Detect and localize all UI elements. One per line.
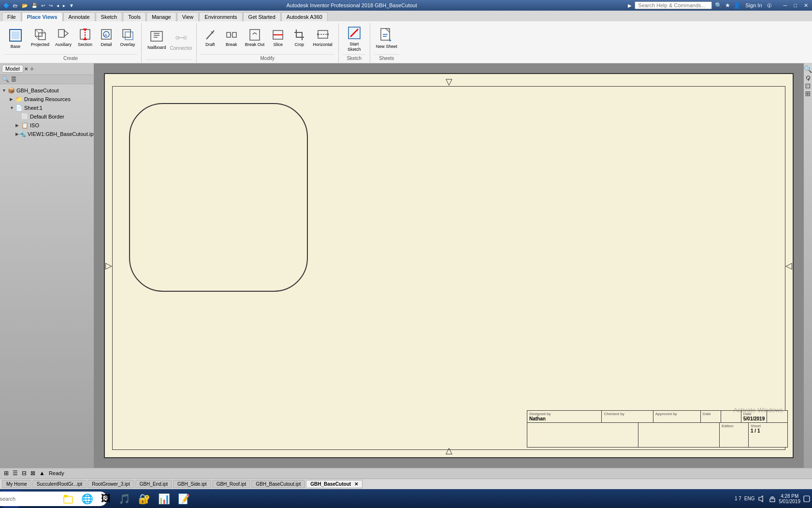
model-tab-add[interactable]: + (30, 65, 34, 73)
help-btn[interactable]: 🛈 (767, 3, 772, 8)
tab-get-started[interactable]: Get Started (243, 12, 281, 21)
notification-icon[interactable] (803, 495, 810, 502)
break-btn[interactable]: Break (222, 28, 241, 48)
svg-marker-12 (83, 37, 87, 40)
search-taskbar-btn[interactable]: 🔍 Type here to search (21, 490, 39, 508)
nailboard-btn[interactable]: Nailboard (145, 30, 168, 51)
break-out-btn[interactable]: Break Out (243, 28, 267, 48)
open-btn[interactable]: 📂 (20, 2, 29, 9)
close-window-btn[interactable]: ✕ (802, 2, 810, 9)
canvas-area[interactable]: ▽ △ ▷ ◁ Designed by Nathan Checked by (94, 63, 803, 468)
new-sheet-icon: + (378, 27, 395, 44)
tab-file[interactable]: File (2, 12, 21, 21)
tree-search-btn[interactable]: 🔍 (2, 76, 9, 83)
right-sidebar-btn-1[interactable]: 🔍 (804, 65, 812, 74)
redo-btn[interactable]: ↪ (47, 2, 54, 9)
help-icon[interactable]: ★ (725, 2, 730, 9)
taskbar-spotify-btn[interactable]: 🎵 (116, 490, 133, 508)
search-taskbar-text: Type here to search (0, 496, 15, 502)
tab-annotate[interactable]: Annotate (63, 12, 95, 21)
section-view-label: Section (78, 42, 92, 47)
tab-autodesk-a360[interactable]: Autodesk A360 (281, 12, 328, 21)
taskbar-explorer-btn[interactable] (60, 490, 76, 508)
save-btn[interactable]: 💾 (30, 2, 39, 9)
status-icon-table[interactable]: ⊠ (30, 470, 35, 477)
tree-item-view1[interactable]: ▶ 🔩 VIEW1:GBH_BaseCutout.ipt (2, 130, 92, 138)
sheet-label: Sheet (751, 424, 785, 428)
app-menu-btn[interactable]: 🔷 (2, 2, 11, 9)
tab-gbh-base-cutout-ipt[interactable]: GBH_BaseCutout.ipt (251, 480, 305, 488)
status-icon-grid[interactable]: ⊞ (4, 470, 9, 477)
taskbar-chrome-btn[interactable]: 🌐 (78, 490, 96, 508)
user-icon[interactable]: 👤 (733, 2, 740, 9)
tree-item-sheet1[interactable]: ▼ 📄 Sheet:1 (2, 104, 92, 112)
tab-tools[interactable]: Tools (123, 12, 146, 21)
status-icon-columns[interactable]: ⊟ (22, 470, 27, 477)
tab-gbh-side[interactable]: GBH_Side.ipt (173, 480, 211, 488)
date-value: 5/01/2019 (743, 416, 765, 421)
tree-item-iso[interactable]: ▶ 📋 ISO (2, 121, 92, 130)
taskbar-security-btn[interactable]: 🔐 (135, 490, 153, 508)
next-btn[interactable]: ▸ (61, 2, 67, 9)
overlay-view-btn[interactable]: Overlay (118, 28, 137, 48)
crop-icon (292, 29, 306, 42)
right-sidebar-btn-3[interactable]: ⊡ (804, 83, 812, 89)
prev-btn[interactable]: ◂ (55, 2, 60, 9)
tab-root-grower[interactable]: RootGrower_3.ipt (87, 480, 134, 488)
title-bar-title: Autodesk Inventor Professional 2018 GBH_… (75, 2, 628, 8)
detail-view-btn[interactable]: A Detail (97, 28, 116, 48)
tab-environments[interactable]: Environments (199, 12, 242, 21)
sign-in-btn[interactable]: Sign In (743, 2, 764, 9)
tab-manage[interactable]: Manage (146, 12, 176, 21)
horizontal-btn[interactable]: Horizontal (311, 28, 334, 48)
status-icon-arrow[interactable]: ▲ (39, 470, 45, 477)
model-tab[interactable]: Model (2, 65, 23, 73)
sheets-group-items: + New Sheet (374, 23, 399, 53)
time-display[interactable]: 4:28 PM 5/01/2019 (779, 493, 801, 504)
tree-item-drawing-resources[interactable]: ▶ 📁 Drawing Resources (2, 95, 92, 104)
right-sidebar-btn-4[interactable]: ⊞ (804, 91, 812, 97)
taskbar-excel-btn[interactable]: 📊 (155, 490, 173, 508)
base-view-btn[interactable]: Base (4, 26, 27, 50)
slice-btn[interactable]: Slice (268, 28, 288, 48)
network-icon[interactable] (768, 495, 776, 503)
status-icon-list[interactable]: ☰ (13, 470, 18, 477)
projected-view-btn[interactable]: Projected (29, 28, 51, 48)
tab-gbh-base-cutout[interactable]: GBH_BaseCutout ✕ (306, 480, 362, 488)
crop-btn[interactable]: Crop (290, 28, 309, 48)
speaker-icon[interactable] (758, 495, 766, 503)
active-tab-close[interactable]: ✕ (354, 481, 358, 487)
minimize-btn[interactable]: ─ (782, 2, 789, 9)
taskbar-photos-btn[interactable]: 🖼 (98, 490, 114, 508)
taskbar-word-btn[interactable]: 📝 (175, 490, 193, 508)
tab-succulent-root[interactable]: SucculentRootGr...ipt (32, 480, 87, 488)
model-tab-close[interactable]: ✕ (24, 66, 28, 72)
svg-rect-18 (151, 31, 162, 41)
task-view-btn[interactable] (41, 490, 58, 508)
tab-place-views[interactable]: Place Views (22, 12, 63, 21)
new-sheet-btn[interactable]: + New Sheet (374, 26, 399, 50)
tree-options-btn[interactable]: ☰ (11, 76, 16, 83)
base-view-label: Base (11, 44, 21, 49)
tab-gbh-roof[interactable]: GBH_Roof.ipt (212, 480, 251, 488)
draft-btn[interactable]: Draft (201, 28, 220, 48)
new-btn[interactable]: 🗁 (12, 2, 19, 9)
auxiliary-view-btn[interactable]: Auxiliary (53, 28, 73, 48)
right-sidebar-btn-2[interactable]: ⟳ (804, 75, 812, 81)
help-search-input[interactable] (635, 1, 712, 9)
start-sketch-btn[interactable]: Start Sketch (343, 23, 366, 53)
section-view-icon (78, 29, 92, 42)
maximize-btn[interactable]: □ (792, 2, 799, 9)
tab-my-home[interactable]: My Home (2, 480, 31, 488)
tab-sketch[interactable]: Sketch (96, 12, 123, 21)
undo-btn[interactable]: ↩ (40, 2, 46, 9)
horizontal-icon (316, 29, 330, 42)
slice-label: Slice (273, 42, 283, 47)
more-qa-btn[interactable]: ▼ (68, 2, 75, 9)
tab-view[interactable]: View (177, 12, 199, 21)
tree-item-root[interactable]: ▼ 📦 GBH_BaseCutout (2, 86, 92, 95)
tab-gbh-end[interactable]: GBH_End.ipt (135, 480, 172, 488)
ribbon: File Place Views Annotate Sketch Tools M… (0, 11, 812, 63)
section-view-btn[interactable]: Section (75, 28, 95, 48)
tree-item-default-border[interactable]: ▶ ⬜ Default Border (2, 112, 92, 121)
